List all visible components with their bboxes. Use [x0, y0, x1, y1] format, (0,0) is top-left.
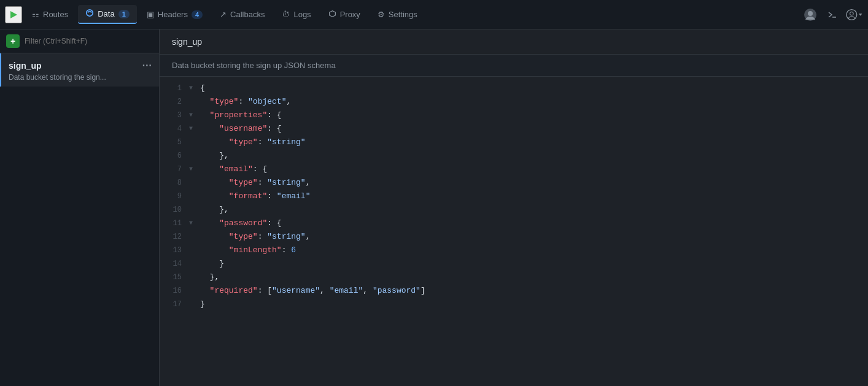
line-number: 1 — [160, 82, 189, 95]
code-line: 8 "type": "string", — [160, 176, 868, 190]
filter-input[interactable] — [25, 37, 153, 45]
line-number: 2 — [160, 95, 189, 109]
line-number: 11 — [160, 217, 189, 230]
content-description: Data bucket storing the sign up JSON sch… — [160, 55, 868, 77]
account-button[interactable] — [846, 6, 863, 23]
nav-item-data[interactable]: Data 1 — [78, 5, 137, 24]
line-number: 7 — [160, 163, 189, 176]
code-line: 12 "type": "string", — [160, 230, 868, 244]
add-data-bucket-button[interactable]: + — [6, 34, 20, 48]
line-content: }, — [198, 203, 868, 217]
code-editor[interactable]: 1▼{2 "type": "object",3▼ "properties": {… — [160, 77, 868, 386]
line-content: "minLength": 6 — [198, 244, 868, 257]
nav-label-proxy: Proxy — [340, 10, 360, 19]
top-nav: ⚏ Routes Data 1 ▣ Headers 4 ↗ Callbacks … — [0, 0, 868, 29]
code-line: 9 "format": "email" — [160, 190, 868, 203]
nav-item-routes[interactable]: ⚏ Routes — [25, 6, 76, 23]
routes-icon: ⚏ — [32, 10, 39, 19]
line-content: "email": { — [198, 163, 868, 176]
line-content: "properties": { — [198, 109, 868, 122]
collapse-toggle[interactable]: ▼ — [189, 82, 198, 95]
nav-label-routes: Routes — [43, 10, 68, 19]
code-line: 14 } — [160, 257, 868, 271]
play-button[interactable] — [5, 6, 22, 23]
line-number: 6 — [160, 149, 189, 163]
line-content: "type": "string", — [198, 176, 868, 190]
svg-point-6 — [850, 12, 854, 15]
terminal-button[interactable] — [824, 6, 841, 23]
line-number: 10 — [160, 203, 189, 217]
line-number: 16 — [160, 284, 189, 298]
line-content: } — [198, 298, 868, 311]
code-line: 13 "minLength": 6 — [160, 244, 868, 257]
headers-badge: 4 — [192, 10, 203, 19]
headers-icon: ▣ — [147, 10, 154, 19]
sidebar-item-description: Data bucket storing the sign... — [9, 73, 152, 82]
line-content: "format": "email" — [198, 190, 868, 203]
sidebar-item-signup[interactable]: sign_up ⋯ Data bucket storing the sign..… — [0, 53, 159, 87]
collapse-toggle[interactable]: ▼ — [189, 109, 198, 122]
user-avatar-button[interactable] — [802, 6, 819, 23]
nav-item-settings[interactable]: ⚙ Settings — [370, 6, 425, 23]
code-line: 10 }, — [160, 203, 868, 217]
line-content: "type": "string", — [198, 230, 868, 244]
code-line: 11▼ "password": { — [160, 217, 868, 230]
code-line: 15 }, — [160, 271, 868, 284]
code-line: 7▼ "email": { — [160, 163, 868, 176]
line-content: "type": "object", — [198, 95, 868, 109]
nav-label-headers: Headers — [158, 10, 188, 19]
content-area: sign_up Data bucket storing the sign up … — [160, 29, 868, 386]
svg-marker-0 — [10, 11, 17, 18]
sidebar-item-menu-button[interactable]: ⋯ — [142, 60, 152, 71]
sidebar-filter-bar: + — [0, 29, 159, 53]
nav-item-proxy[interactable]: Proxy — [321, 6, 368, 23]
nav-item-callbacks[interactable]: ↗ Callbacks — [212, 6, 272, 23]
line-number: 14 — [160, 257, 189, 271]
line-number: 12 — [160, 230, 189, 244]
data-badge: 1 — [118, 10, 130, 18]
sidebar-item-name: sign_up ⋯ — [9, 60, 152, 71]
line-content: }, — [198, 271, 868, 284]
nav-item-logs[interactable]: ⏱ Logs — [274, 6, 318, 23]
line-content: } — [198, 257, 868, 271]
settings-icon: ⚙ — [378, 10, 385, 19]
main-layout: + sign_up ⋯ Data bucket storing the sign… — [0, 29, 868, 386]
line-content: "password": { — [198, 217, 868, 230]
line-content: "required": ["username", "email", "passw… — [198, 284, 868, 298]
line-number: 15 — [160, 271, 189, 284]
code-line: 6 }, — [160, 149, 868, 163]
line-content: "username": { — [198, 122, 868, 136]
nav-label-logs: Logs — [293, 10, 311, 19]
line-number: 13 — [160, 244, 189, 257]
svg-point-1 — [87, 10, 93, 17]
nav-label-callbacks: Callbacks — [230, 10, 265, 19]
sidebar: + sign_up ⋯ Data bucket storing the sign… — [0, 29, 160, 386]
proxy-icon — [328, 10, 336, 20]
line-number: 9 — [160, 190, 189, 203]
breadcrumb: sign_up — [160, 29, 868, 55]
collapse-toggle[interactable]: ▼ — [189, 163, 198, 176]
code-line: 16 "required": ["username", "email", "pa… — [160, 284, 868, 298]
nav-label-data: Data — [98, 9, 114, 18]
logs-icon: ⏱ — [282, 10, 290, 19]
line-content: "type": "string" — [198, 136, 868, 149]
code-line: 5 "type": "string" — [160, 136, 868, 149]
line-number: 5 — [160, 136, 189, 149]
collapse-toggle[interactable]: ▼ — [189, 122, 198, 136]
svg-marker-7 — [859, 14, 862, 16]
nav-item-headers[interactable]: ▣ Headers 4 — [139, 6, 210, 23]
callbacks-icon: ↗ — [220, 10, 227, 19]
line-number: 3 — [160, 109, 189, 122]
code-line: 4▼ "username": { — [160, 122, 868, 136]
line-number: 17 — [160, 298, 189, 311]
code-line: 3▼ "properties": { — [160, 109, 868, 122]
line-content: { — [198, 82, 868, 95]
collapse-toggle[interactable]: ▼ — [189, 217, 198, 230]
line-number: 4 — [160, 122, 189, 136]
data-icon — [85, 9, 94, 19]
code-line: 2 "type": "object", — [160, 95, 868, 109]
svg-point-3 — [808, 11, 813, 16]
line-content: }, — [198, 149, 868, 163]
nav-label-settings: Settings — [389, 10, 417, 19]
nav-right — [802, 6, 863, 23]
